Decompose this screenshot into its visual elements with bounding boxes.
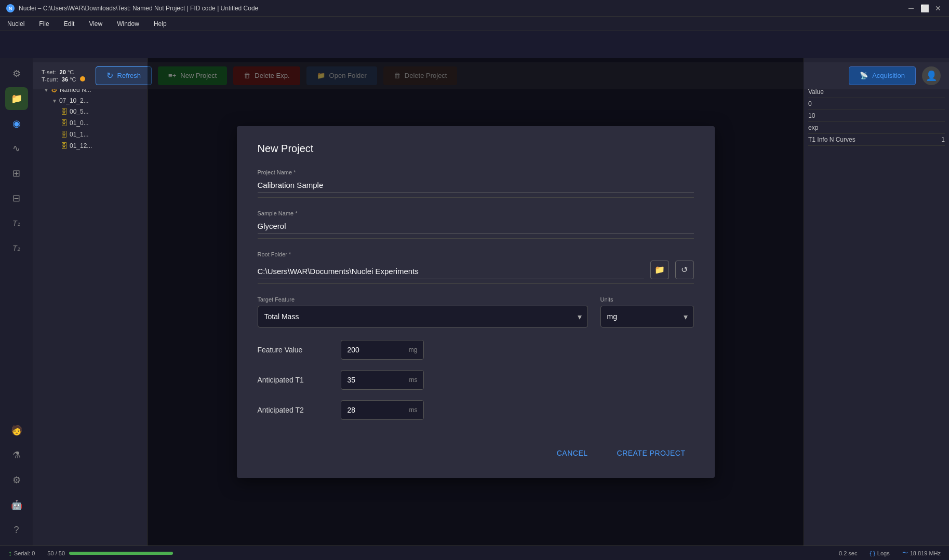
main-layout: T-set: 20 °C T-curr: 36 °C ↻ Refresh ≡+ …	[0, 31, 949, 560]
menu-file[interactable]: File	[36, 19, 52, 29]
reset-folder-button[interactable]: ↺	[675, 261, 694, 279]
menu-help[interactable]: Help	[151, 19, 170, 29]
tset-display: T-set: 20 °C	[42, 69, 85, 75]
acquisition-icon: 📡	[860, 72, 868, 79]
browse-folder-button[interactable]: 📁	[650, 261, 669, 279]
anticipated-t1-label: Anticipated T1	[258, 376, 341, 384]
menu-bar: Nuclei File Edit View Window Help	[0, 17, 949, 31]
feature-value-row: Feature Value mg	[258, 340, 694, 360]
project-name-field: Project Name *	[258, 169, 694, 198]
sidebar-item-gear[interactable]: ⚙	[5, 62, 28, 85]
progress-bar-fill	[69, 552, 173, 555]
sidebar-item-folder[interactable]: 📁	[5, 87, 28, 110]
dialog-footer: CANCEL CREATE PROJECT	[258, 436, 694, 461]
maximize-button[interactable]: ⬜	[920, 4, 929, 13]
sidebar-item-robot[interactable]: 🤖	[5, 494, 28, 516]
sidebar-item-chart[interactable]: ∿	[5, 137, 28, 160]
anticipated-t1-input-wrap: ms	[341, 370, 424, 390]
tree-item-01-12[interactable]: 🗄 01_12...	[33, 140, 147, 152]
window-title: Nuclei – C:\Users\WAR\Downloads\Test: Na…	[19, 5, 258, 12]
sample-name-label: Sample Name *	[258, 210, 694, 216]
refresh-button[interactable]: ↻ Refresh	[96, 66, 152, 85]
tree-item-date[interactable]: ▼ 07_10_2...	[33, 95, 147, 106]
target-feature-label: Target Feature	[258, 296, 588, 303]
sidebar-item-t2[interactable]: T₂	[5, 237, 28, 259]
title-bar: N Nuclei – C:\Users\WAR\Downloads\Test: …	[0, 0, 949, 17]
db-icon-1: 🗄	[60, 107, 68, 116]
status-bar: ↕ Serial: 0 50 / 50 0.2 sec { } Logs 〜 1…	[0, 545, 949, 560]
feature-value-unit: mg	[409, 346, 418, 353]
serial-arrows-icon: ↕	[8, 549, 12, 557]
root-folder-field: Root Folder * 📁 ↺	[258, 251, 694, 284]
cancel-button[interactable]: CANCEL	[549, 445, 596, 461]
db-icon-4: 🗄	[60, 142, 68, 150]
target-feature-select-wrapper: Total Mass Volume Concentration ▾	[258, 306, 588, 327]
minimize-button[interactable]: ─	[906, 4, 916, 13]
menu-nuclei[interactable]: Nuclei	[4, 19, 28, 29]
right-panel-row-7: T1 Info N Curves 1	[808, 134, 945, 146]
app-icon: N	[6, 4, 15, 12]
tree-item-01-0[interactable]: 🗄 01_0...	[33, 117, 147, 129]
right-panel-row-5: 10	[808, 110, 945, 122]
reset-icon: ↺	[681, 265, 688, 275]
db-icon-2: 🗄	[60, 119, 68, 127]
menu-edit[interactable]: Edit	[61, 19, 78, 29]
sidebar-item-grid[interactable]: ⊟	[5, 187, 28, 210]
root-folder-input[interactable]	[258, 265, 644, 279]
feature-value-label: Feature Value	[258, 346, 341, 354]
menu-view[interactable]: View	[86, 19, 105, 29]
sample-name-field: Sample Name *	[258, 210, 694, 239]
tree-item-00[interactable]: 🗄 00_5...	[33, 106, 147, 117]
close-button[interactable]: ✕	[933, 4, 943, 13]
menu-window[interactable]: Window	[114, 19, 142, 29]
anticipated-t2-unit: ms	[409, 406, 418, 414]
create-project-button[interactable]: CREATE PROJECT	[609, 445, 694, 461]
right-panel-row-4: 0	[808, 98, 945, 110]
new-project-dialog: New Project Project Name * Sample Name *…	[237, 126, 715, 478]
title-bar-controls: ─ ⬜ ✕	[906, 4, 943, 13]
right-panel-row-6: exp	[808, 122, 945, 134]
progress-bar	[69, 552, 173, 555]
anticipated-t1-row: Anticipated T1 ms	[258, 370, 694, 390]
project-name-input[interactable]	[258, 179, 694, 193]
project-name-label: Project Name *	[258, 169, 694, 175]
anticipated-t2-label: Anticipated T2	[258, 406, 341, 414]
logs-icon: { }	[870, 550, 875, 556]
sidebar-item-t1[interactable]: T₁	[5, 212, 28, 235]
frequency-status: 〜 18.819 MHz	[902, 549, 941, 557]
sidebar-item-help[interactable]: ?	[5, 518, 28, 541]
target-feature-field: Target Feature Total Mass Volume Concent…	[258, 296, 588, 327]
target-feature-select[interactable]: Total Mass Volume Concentration	[258, 306, 588, 327]
refresh-icon: ↻	[106, 71, 113, 80]
sidebar-item-flask[interactable]: ⚗	[5, 444, 28, 467]
progress-status: 50 / 50	[47, 550, 826, 556]
acquisition-button[interactable]: 📡 Acquisition	[849, 66, 916, 85]
tree-panel: ▼ Test ▶ ⚙ Blank Pro... ▼ ⚙ Named N... ▼…	[33, 58, 148, 545]
sidebar-item-settings[interactable]: ⚙	[5, 469, 28, 491]
logs-status[interactable]: { } Logs	[870, 550, 889, 556]
units-field: Units mg g mL μL ▾	[600, 296, 694, 327]
tcurr-display: T-curr: 36 °C	[42, 76, 85, 83]
anticipated-t1-unit: ms	[409, 376, 418, 384]
right-panel: led Sample led Not Project Value 0 10 ex…	[804, 58, 949, 545]
db-icon-3: 🗄	[60, 130, 68, 139]
sidebar-item-person[interactable]: 🧑	[5, 419, 28, 442]
chevron-down-icon-3: ▼	[52, 98, 57, 104]
units-select[interactable]: mg g mL μL	[600, 306, 694, 327]
sidebar-item-table[interactable]: ⊞	[5, 162, 28, 185]
feature-value-input-wrap: mg	[341, 340, 424, 360]
sample-name-input[interactable]	[258, 220, 694, 234]
user-avatar[interactable]: 👤	[922, 66, 941, 85]
tree-item-01-1[interactable]: 🗄 01_1...	[33, 129, 147, 140]
browse-icon: 📁	[654, 265, 665, 275]
serial-status: ↕ Serial: 0	[8, 549, 35, 557]
anticipated-t2-input-wrap: ms	[341, 400, 424, 420]
anticipated-t2-row: Anticipated T2 ms	[258, 400, 694, 420]
time-status: 0.2 sec	[839, 550, 857, 556]
root-folder-row: 📁 ↺	[258, 261, 694, 279]
frequency-icon: 〜	[902, 549, 908, 557]
units-select-wrapper: mg g mL μL ▾	[600, 306, 694, 327]
units-label: Units	[600, 296, 694, 303]
sidebar-item-radio[interactable]: ◉	[5, 112, 28, 135]
icon-sidebar: ⚙ 📁 ◉ ∿ ⊞ ⊟ T₁ T₂ 🧑 ⚗ ⚙ 🤖 ?	[0, 58, 33, 545]
